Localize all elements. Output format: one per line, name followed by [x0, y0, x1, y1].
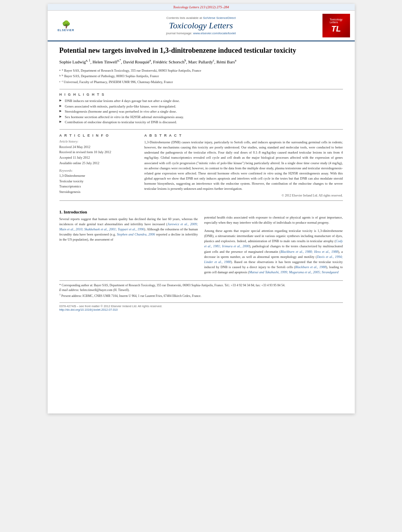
article-info-col: A R T I C L E I N F O Article history: R… [59, 133, 138, 197]
affil-sup-e: c [213, 59, 215, 62]
footer-content: 0378-4274/$ – see front matter © 2012 El… [59, 304, 163, 311]
keywords-label: Keywords: [59, 169, 138, 172]
intro-right-text-2: Among these agents that require special … [204, 228, 343, 275]
highlight-1: DNB induces rat testicular lesions after… [59, 98, 343, 104]
abstract-label: A B S T R A C T [144, 133, 343, 137]
ref-matsui[interactable]: Matsui and Takahashi, 1999; Muguruma et … [249, 270, 339, 274]
elsevier-tree-icon: 🌳 [62, 20, 70, 29]
academic-paper-page: Toxicology Letters 213 (2012) 275–284 🌳 … [48, 4, 355, 413]
authors-line: Sophie Ludwiga, 1, Helen Tinwella,*, Dav… [59, 58, 343, 65]
ref-blackburn[interactable]: Blackburn et al., 1988; Hess et al., 198… [280, 250, 338, 254]
affil-a: a ᵃ Bayer SAS, Department of Research To… [59, 68, 343, 74]
highlights-section: H I G H L I G H T S DNB induces rat test… [59, 93, 343, 125]
homepage-link[interactable]: www.elsevier.com/locate/toxlet [193, 32, 236, 35]
affiliations: a ᵃ Bayer SAS, Department of Research To… [59, 68, 343, 85]
ref-jurewicz[interactable]: Jurewicz et al., 2009; Main et al., 2010… [59, 222, 198, 231]
journal-title-area: Contents lists available at SciVerse Sci… [80, 16, 322, 35]
received-date: Received 24 May 2012 [59, 145, 138, 150]
affil-a-sup: a [59, 68, 61, 74]
journal-ref-bar: Toxicology Letters 213 (2012) 275–284 [48, 4, 355, 11]
affil-c: c ᶜ Universud, Faculty of Pharmacy, INSE… [59, 80, 343, 85]
elsevier-label: ELSEVIER [57, 29, 74, 32]
homepage-line: journal homepage: www.elsevier.com/locat… [80, 32, 322, 35]
keyword-3: Transcriptomics [59, 184, 138, 189]
highlight-2: Genes associated with mitosis, particula… [59, 104, 343, 109]
ref-stephen[interactable]: Stephen and Chandra, 2006 [117, 232, 155, 236]
history-label: Article history: [59, 140, 138, 143]
keyword-4: Steroidogenesis [59, 189, 138, 195]
affil-sup-a: a, 1 [86, 59, 91, 62]
body-right-col: potential health risks associated with e… [204, 206, 343, 275]
divider-2 [59, 129, 343, 130]
divider-3 [59, 200, 343, 201]
copyright-line: © 2012 Elsevier Ireland Ltd. All rights … [144, 194, 343, 197]
intro-right-text-1: potential health risks associated with e… [204, 215, 343, 225]
elsevier-logo: 🌳 ELSEVIER [52, 18, 80, 33]
highlight-3: Steroidogenesis (hormone and genes) was … [59, 109, 343, 115]
info-abstract-cols: A R T I C L E I N F O Article history: R… [59, 133, 343, 197]
affil-c-sup: c [59, 80, 61, 85]
logo-top-text: ToxicologyLetters [330, 18, 343, 24]
email-link[interactable]: helen.tinwell@bayer.com [80, 288, 113, 292]
journal-reference: Toxicology Letters 213 (2012) 275–284 [173, 5, 229, 9]
ref-blackburn2[interactable]: Blackburn et al., 1988 [295, 265, 326, 269]
sciverse-line: Contents lists available at SciVerse Sci… [80, 16, 322, 20]
article-history: Article history: Received 24 May 2012 Re… [59, 140, 138, 166]
keyword-1: 1,3-Dinitrobenzene [59, 173, 138, 179]
page-content: Potential new targets involved in 1,3-di… [48, 41, 355, 319]
affil-a-text: ᵃ Bayer SAS, Department of Research Toxi… [62, 68, 201, 74]
abstract-text: 1,3-Dinitrobenzene (DNB) causes testicul… [144, 140, 343, 192]
divider-1 [59, 89, 343, 89]
highlights-label: H I G H L I G H T S [59, 93, 343, 96]
highlight-5: Contribution of endocrine disruption to … [59, 120, 343, 125]
affil-c-text: ᶜ Universud, Faculty of Pharmacy, INSERM… [62, 80, 173, 85]
intro-heading: 1. Introduction [59, 209, 198, 214]
affil-b-sup: b [59, 74, 61, 80]
footnote-corresponding: * Corresponding author at: Bayer SAS, De… [59, 283, 343, 288]
article-title: Potential new targets involved in 1,3-di… [59, 46, 343, 55]
affil-sup-c: a [150, 59, 151, 62]
footer-issn: 0378-4274/$ – see front matter © 2012 El… [59, 304, 163, 308]
sciverse-text: Contents lists available at [166, 16, 202, 20]
keywords-section: Keywords: 1,3-Dinitrobenzene Testicular … [59, 169, 138, 195]
footnotes-section: * Corresponding author at: Bayer SAS, De… [59, 280, 343, 298]
footnote-present: 1 Present address: ICBMC, CNRS UMR 7104,… [59, 293, 343, 298]
intro-num: 1. [59, 209, 63, 214]
affil-sup-d: b [185, 59, 186, 62]
ref-davis[interactable]: Davis et al., 1994; Linder et al., 1988 [204, 255, 343, 264]
journal-title: Toxicology Letters [80, 20, 322, 31]
available-date: Available online 25 July 2012 [59, 161, 138, 166]
body-left-col: 1. Introduction Several reports suggest … [59, 206, 198, 275]
revised-date: Received in revised form 10 July 2012 [59, 150, 138, 155]
journal-logo-box: ToxicologyLetters TL [322, 14, 350, 37]
body-columns: 1. Introduction Several reports suggest … [59, 206, 343, 275]
accepted-date: Accepted 11 July 2012 [59, 155, 138, 161]
affil-sup-b: a,* [117, 59, 121, 62]
footer-doi[interactable]: http://dx.doi.org/10.1016/j.toxlet.2012.… [59, 308, 163, 311]
footnote-email: E-mail address: helen.tinwell@bayer.com … [59, 288, 343, 293]
sciverse-link[interactable]: SciVerse ScienceDirect [203, 16, 235, 20]
highlight-4: Sex hormone secretion affected in vitro … [59, 115, 343, 120]
intro-left-text: Several reports suggest that human semen… [59, 217, 198, 243]
journal-header: 🌳 ELSEVIER Contents lists available at S… [48, 11, 355, 41]
abstract-col: A B S T R A C T 1,3-Dinitrobenzene (DNB)… [144, 133, 343, 197]
footer-bar: 0378-4274/$ – see front matter © 2012 El… [59, 302, 343, 311]
homepage-text: journal homepage: [166, 32, 192, 35]
keyword-2: Testicular toxicity [59, 179, 138, 184]
article-info-label: A R T I C L E I N F O [59, 133, 138, 137]
intro-title: Introduction [64, 209, 87, 214]
affil-b-text: ᵇ Bayer SAS, Department of Pathology, 06… [62, 74, 159, 80]
affil-sup-f: a [235, 59, 236, 62]
ref-cody[interactable]: Cody et al., 1981; Irimura et al., 2000 [204, 239, 343, 248]
affil-b: b ᵇ Bayer SAS, Department of Pathology, … [59, 74, 343, 80]
logo-letters: TL [331, 24, 341, 33]
